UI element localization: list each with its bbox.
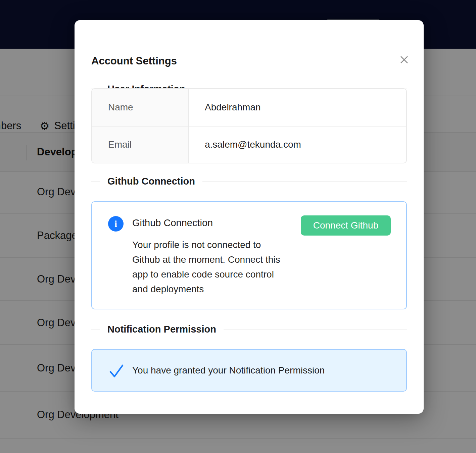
user-info-row-name: Name Abdelrahman xyxy=(92,89,406,126)
notification-message: You have granted your Notification Permi… xyxy=(132,350,325,391)
field-label: Name xyxy=(92,89,189,126)
description-line: app to enable code source control xyxy=(132,267,280,282)
checkmark-icon xyxy=(109,364,124,379)
section-divider-notification: Notification Permission xyxy=(91,323,407,335)
close-icon xyxy=(399,54,410,65)
field-label: Email xyxy=(92,127,189,163)
user-info-row-email: Email a.salem@tekunda.com xyxy=(92,126,406,163)
connect-github-button[interactable]: Connect Github xyxy=(301,215,391,236)
field-value: Abdelrahman xyxy=(189,89,406,126)
github-card-title: Github Connection xyxy=(132,217,213,229)
notification-granted-alert: You have granted your Notification Permi… xyxy=(91,349,407,392)
description-line: Your profile is not connected to xyxy=(132,238,280,252)
field-value: a.salem@tekunda.com xyxy=(189,127,406,163)
github-description: Your profile is not connected to Github … xyxy=(132,238,280,297)
section-heading: Notification Permission xyxy=(100,324,224,335)
modal-title: Account Settings xyxy=(91,55,177,67)
close-button[interactable] xyxy=(397,53,411,66)
section-divider-github: Github Connection xyxy=(91,175,407,187)
description-line: and deployments xyxy=(132,282,280,297)
info-icon: i xyxy=(108,216,124,232)
user-info-table: Name Abdelrahman Email a.salem@tekunda.c… xyxy=(91,88,407,163)
github-connection-card: i Github Connection Connect Github Your … xyxy=(91,201,407,309)
section-heading: Github Connection xyxy=(100,176,202,187)
account-settings-modal: Account Settings User Information Name A… xyxy=(75,20,424,414)
description-line: Github at the moment. Connect this xyxy=(132,252,280,267)
screen: Members ⚙ Settings Development Org Devel… xyxy=(0,0,476,453)
